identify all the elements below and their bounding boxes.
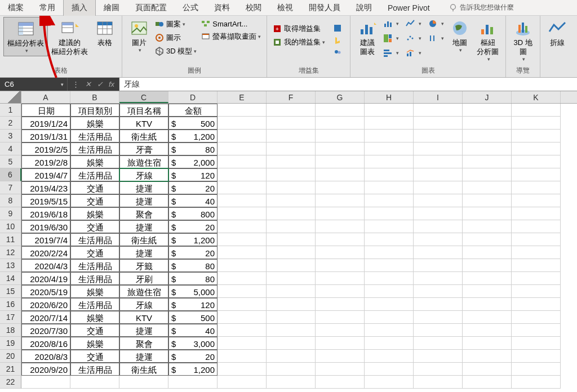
cell[interactable] (316, 142, 365, 155)
cell[interactable]: 牙刷 (119, 272, 168, 285)
column-header[interactable]: I (414, 91, 463, 103)
column-chart-icon[interactable]: ▾ (381, 18, 401, 29)
cell[interactable] (267, 285, 316, 298)
cell[interactable] (316, 363, 365, 376)
cell[interactable] (463, 117, 512, 130)
cell[interactable]: 娛樂 (70, 155, 119, 168)
cell[interactable]: 交通 (70, 246, 119, 259)
cell[interactable] (463, 168, 512, 181)
cell[interactable]: $80 (168, 272, 218, 285)
row-header[interactable]: 4 (0, 142, 21, 155)
cell[interactable] (512, 104, 561, 117)
cell[interactable] (267, 104, 316, 117)
tab-頁面配置[interactable]: 頁面配置 (127, 0, 175, 16)
cell[interactable] (365, 285, 414, 298)
cell[interactable]: 2019/6/18 (21, 207, 70, 220)
cell[interactable]: 交通 (70, 194, 119, 207)
cell[interactable]: 捷運 (119, 181, 168, 194)
cell[interactable]: 2019/1/24 (21, 117, 70, 130)
cell[interactable] (267, 181, 316, 194)
cell[interactable] (512, 233, 561, 246)
row-header[interactable]: 13 (0, 259, 21, 272)
cell[interactable]: 生活用品 (70, 233, 119, 246)
cell[interactable]: 衛生紙 (119, 233, 168, 246)
cell[interactable] (463, 324, 512, 337)
cell[interactable] (463, 363, 512, 376)
row-header[interactable]: 17 (0, 311, 21, 324)
row-header[interactable]: 16 (0, 298, 21, 311)
cell[interactable] (218, 298, 267, 311)
cell[interactable] (512, 220, 561, 233)
cell[interactable] (168, 376, 218, 389)
cell[interactable] (267, 337, 316, 350)
cell[interactable]: $20 (168, 181, 218, 194)
cell[interactable] (365, 376, 414, 389)
pie-chart-icon[interactable]: ▾ (426, 18, 446, 29)
tab-校閱[interactable]: 校閱 (238, 0, 269, 16)
tab-Power Pivot[interactable]: Power Pivot (380, 1, 438, 15)
cell[interactable] (316, 233, 365, 246)
get-addins-button[interactable]: +取得增益集 (270, 23, 327, 35)
cell[interactable]: 2020/6/20 (21, 298, 70, 311)
cell[interactable]: 交通 (70, 220, 119, 233)
cell[interactable]: 娛樂 (70, 207, 119, 220)
cell[interactable]: 捷運 (119, 350, 168, 363)
cell[interactable]: 日期 (21, 104, 70, 117)
cell[interactable] (316, 337, 365, 350)
cell[interactable]: 2020/5/19 (21, 285, 70, 298)
cell[interactable] (414, 155, 463, 168)
tab-檔案[interactable]: 檔案 (0, 0, 32, 16)
cell[interactable] (463, 311, 512, 324)
cell[interactable] (218, 337, 267, 350)
cell[interactable] (267, 155, 316, 168)
cell[interactable] (267, 363, 316, 376)
cell[interactable] (267, 130, 316, 142)
cell[interactable]: $20 (168, 220, 218, 233)
cell[interactable] (463, 155, 512, 168)
cell[interactable] (414, 298, 463, 311)
cell[interactable]: 娛樂 (70, 285, 119, 298)
cell[interactable] (463, 220, 512, 233)
cell[interactable] (365, 233, 414, 246)
cell[interactable]: 2020/7/30 (21, 324, 70, 337)
cell[interactable] (512, 142, 561, 155)
cell[interactable]: 聚會 (119, 337, 168, 350)
cell[interactable] (218, 233, 267, 246)
cell[interactable] (218, 311, 267, 324)
cell[interactable] (316, 350, 365, 363)
3d-models-button[interactable]: 3D 模型▾ (153, 45, 199, 57)
cell[interactable] (414, 233, 463, 246)
cell[interactable] (218, 246, 267, 259)
formula-input[interactable]: 牙線 (119, 78, 577, 91)
tab-插入[interactable]: 插入 (63, 0, 96, 16)
cell[interactable]: 捷運 (119, 246, 168, 259)
cancel-icon[interactable]: ✕ (85, 80, 91, 88)
pivot-chart-button[interactable]: 樞紐 分析圖▾ (473, 17, 502, 64)
cell[interactable]: 娛樂 (70, 311, 119, 324)
spreadsheet-grid[interactable]: ABCDEFGHIJK 1日期項目類別項目名稱金額22019/1/24娛樂KTV… (0, 91, 577, 389)
line-chart-icon[interactable]: ▾ (403, 18, 424, 29)
cell[interactable] (414, 324, 463, 337)
cell[interactable] (365, 337, 414, 350)
cell[interactable] (365, 324, 414, 337)
bar-chart-icon[interactable]: ▾ (381, 47, 401, 59)
cell[interactable] (365, 350, 414, 363)
cell[interactable]: 項目名稱 (119, 104, 168, 117)
cell[interactable] (512, 130, 561, 142)
column-header[interactable]: A (21, 91, 70, 103)
cell[interactable] (463, 285, 512, 298)
cell[interactable] (365, 259, 414, 272)
cell[interactable] (218, 220, 267, 233)
cell[interactable] (512, 259, 561, 272)
cell[interactable]: 項目類別 (70, 104, 119, 117)
cell[interactable]: 2020/2/24 (21, 246, 70, 259)
cell[interactable] (267, 350, 316, 363)
cell[interactable] (267, 233, 316, 246)
cell[interactable]: $80 (168, 259, 218, 272)
row-header[interactable]: 1 (0, 104, 21, 117)
cell[interactable] (316, 104, 365, 117)
row-header[interactable]: 6 (0, 168, 21, 181)
cell[interactable]: 生活用品 (70, 363, 119, 376)
cell[interactable] (365, 194, 414, 207)
cell[interactable] (463, 142, 512, 155)
